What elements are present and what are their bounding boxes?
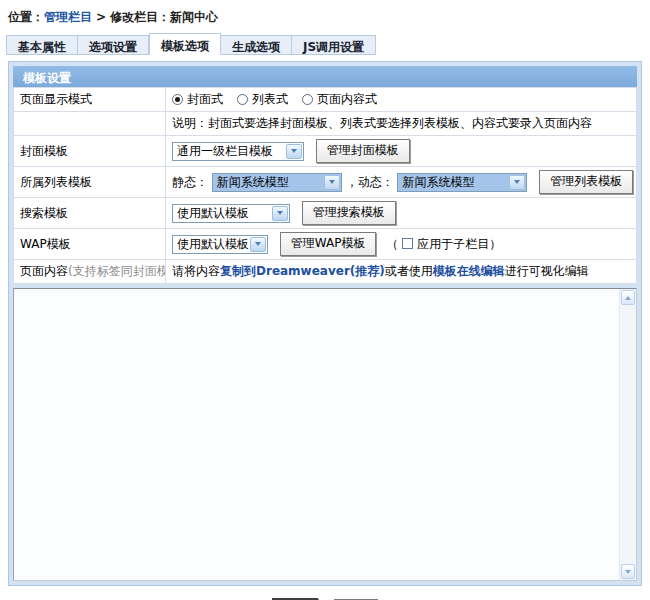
search-template-select[interactable]: 使用默认模板	[172, 204, 290, 223]
wap-template-label: WAP模板	[14, 229, 166, 260]
note-text: 说明：封面式要选择封面模板、列表式要选择列表模板、内容式要录入页面内容	[166, 112, 637, 136]
chevron-down-icon	[272, 206, 288, 221]
row-page-content: 页面内容(支持标签同封面模板) 请将内容复制到Dreamweaver(推荐)或者…	[14, 260, 637, 284]
search-template-select-value: 使用默认模板	[173, 205, 253, 222]
page-content-label-note: (支持标签同封面模板)	[68, 264, 166, 278]
dynamic-list-template-select-value: 新闻系统模型	[398, 174, 478, 191]
scroll-up-button[interactable]	[621, 290, 635, 305]
row-wap-template: WAP模板 使用默认模板 管理WAP模板 （应用于子栏目）	[14, 229, 637, 260]
manage-list-template-button[interactable]: 管理列表模板	[539, 170, 633, 194]
dynamic-select-label: ，动态：	[346, 175, 394, 189]
editor-scrollbar[interactable]	[619, 289, 636, 580]
manage-wap-template-button[interactable]: 管理WAP模板	[280, 232, 377, 256]
breadcrumb-current: 修改栏目：新闻中心	[110, 10, 218, 24]
row-note: 说明：封面式要选择封面模板、列表式要选择列表模板、内容式要录入页面内容	[14, 112, 637, 136]
radio-list-mode[interactable]	[237, 94, 248, 105]
chevron-down-icon	[509, 175, 525, 190]
search-template-label: 搜索模板	[14, 198, 166, 229]
page-content-label: 页面内容	[20, 264, 68, 278]
tab-option-settings[interactable]: 选项设置	[78, 35, 149, 55]
radio-page-content-mode[interactable]	[302, 94, 313, 105]
paren-open: （	[386, 237, 398, 251]
breadcrumb-separator: >	[92, 10, 110, 24]
row-display-mode: 页面显示模式 封面式 列表式 页面内容式	[14, 88, 637, 112]
paren-close: ）	[489, 237, 501, 251]
tab-bar: 基本属性 选项设置 模板选项 生成选项 JS调用设置	[6, 35, 650, 55]
tab-template-options[interactable]: 模板选项	[149, 33, 221, 55]
radio-cover-mode[interactable]	[172, 94, 183, 105]
chevron-down-icon	[324, 175, 340, 190]
chevron-down-icon	[250, 237, 266, 252]
content-hint-prefix: 请将内容	[172, 264, 220, 278]
wap-template-select-value: 使用默认模板	[173, 236, 249, 253]
display-mode-radio-group: 封面式 列表式 页面内容式	[172, 91, 630, 108]
scroll-down-button[interactable]	[621, 564, 635, 579]
note-empty-label	[14, 112, 166, 136]
breadcrumb: 位置：管理栏目>修改栏目：新闻中心	[0, 0, 650, 26]
arrow-down-icon	[625, 570, 631, 574]
template-settings-form: 页面显示模式 封面式 列表式 页面内容式 说明：封面式要选择封面模板、列表式要选…	[13, 87, 637, 284]
apply-to-subcolumns-checkbox[interactable]	[402, 238, 413, 249]
wap-template-select[interactable]: 使用默认模板	[172, 235, 268, 254]
tab-basic-properties[interactable]: 基本属性	[6, 35, 78, 55]
copy-to-dreamweaver-link[interactable]: 复制到Dreamweaver(推荐)	[220, 264, 385, 278]
arrow-up-icon	[625, 296, 631, 300]
static-list-template-select-value: 新闻系统模型	[213, 174, 293, 191]
content-hint-mid: 或者使用	[385, 264, 433, 278]
chevron-down-icon	[286, 144, 302, 159]
row-list-template: 所属列表模板 静态： 新闻系统模型 ，动态： 新闻系统模型 管理列表模板 *	[14, 167, 637, 198]
breadcrumb-link-manage-columns[interactable]: 管理栏目	[44, 10, 92, 24]
tab-generate-options[interactable]: 生成选项	[221, 35, 292, 55]
page-content-textarea[interactable]	[14, 289, 619, 580]
content-hint-suffix: 进行可视化编辑	[505, 264, 589, 278]
dynamic-list-template-select[interactable]: 新闻系统模型	[397, 173, 527, 192]
radio-list-mode-label[interactable]: 列表式	[252, 91, 288, 108]
display-mode-label: 页面显示模式	[14, 88, 166, 112]
static-select-label: 静态：	[172, 175, 208, 189]
cover-template-label: 封面模板	[14, 136, 166, 167]
row-search-template: 搜索模板 使用默认模板 管理搜索模板	[14, 198, 637, 229]
manage-cover-template-button[interactable]: 管理封面模板	[316, 139, 410, 163]
cover-template-select-value: 通用一级栏目模板	[173, 143, 277, 160]
template-settings-panel: 模板设置 页面显示模式 封面式 列表式 页面内容式 说明：封面式要选择封面模板、…	[8, 61, 642, 586]
breadcrumb-prefix: 位置：	[8, 10, 44, 24]
list-template-label: 所属列表模板	[14, 167, 166, 198]
online-template-editor-link[interactable]: 模板在线编辑	[433, 264, 505, 278]
page-content-editor	[13, 288, 637, 581]
cover-template-select[interactable]: 通用一级栏目模板	[172, 142, 304, 161]
radio-cover-mode-label[interactable]: 封面式	[187, 91, 223, 108]
row-cover-template: 封面模板 通用一级栏目模板 管理封面模板	[14, 136, 637, 167]
apply-to-subcolumns-label[interactable]: 应用于子栏目	[417, 237, 489, 251]
tab-js-call-settings[interactable]: JS调用设置	[292, 35, 376, 55]
static-list-template-select[interactable]: 新闻系统模型	[212, 173, 342, 192]
manage-search-template-button[interactable]: 管理搜索模板	[302, 201, 396, 225]
panel-title: 模板设置	[13, 66, 637, 87]
radio-page-content-mode-label[interactable]: 页面内容式	[317, 91, 377, 108]
